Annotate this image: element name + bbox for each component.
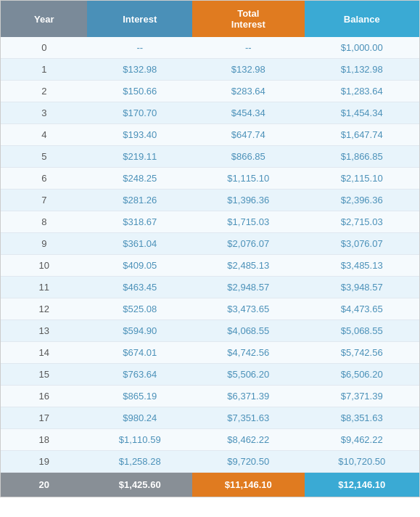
table-row: 16$865.19$6,371.39$7,371.39: [1, 386, 419, 407]
table-row: 17$980.24$7,351.63$8,351.63: [1, 407, 419, 429]
cell-balance: $3,076.07: [305, 233, 420, 255]
cell-interest: --: [87, 37, 192, 59]
cell-year: 10: [1, 255, 87, 277]
cell-total-interest: $6,371.39: [192, 386, 305, 407]
cell-balance: $1,000.00: [305, 37, 420, 59]
cell-interest: $674.01: [87, 342, 192, 364]
cell-year: 9: [1, 233, 87, 255]
table-row: 10$409.05$2,485.13$3,485.13: [1, 255, 419, 277]
table-row: 18$1,110.59$8,462.22$9,462.22: [1, 429, 419, 451]
cell-balance: $10,720.50: [305, 451, 420, 473]
table-row: 14$674.01$4,742.56$5,742.56: [1, 342, 419, 364]
cell-total-interest: $2,485.13: [192, 255, 305, 277]
table-row: 3$170.70$454.34$1,454.34: [1, 102, 419, 124]
table-row: 11$463.45$2,948.57$3,948.57: [1, 277, 419, 298]
cell-year: 5: [1, 146, 87, 168]
cell-interest: $463.45: [87, 277, 192, 298]
table-row: 13$594.90$4,068.55$5,068.55: [1, 320, 419, 342]
cell-year: 17: [1, 407, 87, 429]
header-year: Year: [1, 1, 87, 37]
cell-total-interest: $283.64: [192, 81, 305, 102]
cell-interest: $763.64: [87, 364, 192, 386]
cell-year: 2: [1, 81, 87, 102]
cell-total-interest: $2,948.57: [192, 277, 305, 298]
table-row: 7$281.26$1,396.36$2,396.36: [1, 190, 419, 211]
table-row: 5$219.11$866.85$1,866.85: [1, 146, 419, 168]
cell-interest: $318.67: [87, 211, 192, 233]
cell-balance: $1,454.34: [305, 102, 420, 124]
cell-interest: $193.40: [87, 124, 192, 146]
table-footer: 20$1,425.60$11,146.10$12,146.10: [1, 473, 419, 497]
cell-interest: $150.66: [87, 81, 192, 102]
cell-total-interest: $4,068.55: [192, 320, 305, 342]
cell-total-interest: $8,462.22: [192, 429, 305, 451]
header-total-interest: TotalInterest: [192, 1, 305, 37]
cell-year: 8: [1, 211, 87, 233]
cell-year: 16: [1, 386, 87, 407]
cell-balance: $1,283.64: [305, 81, 420, 102]
cell-balance: $2,396.36: [305, 190, 420, 211]
cell-total-interest: $3,473.65: [192, 298, 305, 320]
table-row: 9$361.04$2,076.07$3,076.07: [1, 233, 419, 255]
header-interest: Interest: [87, 1, 192, 37]
cell-balance: $8,351.63: [305, 407, 420, 429]
table-body: 0----$1,000.001$132.98$132.98$1,132.982$…: [1, 37, 419, 473]
footer-year: 20: [1, 473, 87, 497]
footer-balance: $12,146.10: [305, 473, 420, 497]
cell-balance: $1,647.74: [305, 124, 420, 146]
cell-interest: $865.19: [87, 386, 192, 407]
footer-interest: $1,425.60: [87, 473, 192, 497]
cell-interest: $132.98: [87, 59, 192, 81]
table-row: 0----$1,000.00: [1, 37, 419, 59]
cell-interest: $525.08: [87, 298, 192, 320]
cell-year: 3: [1, 102, 87, 124]
cell-total-interest: $9,720.50: [192, 451, 305, 473]
cell-total-interest: --: [192, 37, 305, 59]
cell-total-interest: $4,742.56: [192, 342, 305, 364]
cell-year: 1: [1, 59, 87, 81]
cell-interest: $219.11: [87, 146, 192, 168]
cell-balance: $5,742.56: [305, 342, 420, 364]
cell-interest: $170.70: [87, 102, 192, 124]
cell-interest: $1,110.59: [87, 429, 192, 451]
cell-interest: $409.05: [87, 255, 192, 277]
table-row: 4$193.40$647.74$1,647.74: [1, 124, 419, 146]
cell-interest: $1,258.28: [87, 451, 192, 473]
cell-year: 19: [1, 451, 87, 473]
cell-total-interest: $1,115.10: [192, 168, 305, 190]
cell-year: 13: [1, 320, 87, 342]
table-row: 8$318.67$1,715.03$2,715.03: [1, 211, 419, 233]
cell-total-interest: $1,715.03: [192, 211, 305, 233]
table-row: 2$150.66$283.64$1,283.64: [1, 81, 419, 102]
cell-balance: $1,866.85: [305, 146, 420, 168]
footer-total-interest: $11,146.10: [192, 473, 305, 497]
cell-balance: $1,132.98: [305, 59, 420, 81]
cell-year: 18: [1, 429, 87, 451]
cell-total-interest: $647.74: [192, 124, 305, 146]
cell-total-interest: $7,351.63: [192, 407, 305, 429]
table-row: 6$248.25$1,115.10$2,115.10: [1, 168, 419, 190]
table-row: 1$132.98$132.98$1,132.98: [1, 59, 419, 81]
table-row: 15$763.64$5,506.20$6,506.20: [1, 364, 419, 386]
table-header-row: Year Interest TotalInterest Balance: [1, 1, 419, 37]
cell-balance: $2,115.10: [305, 168, 420, 190]
cell-balance: $3,485.13: [305, 255, 420, 277]
cell-balance: $5,068.55: [305, 320, 420, 342]
cell-interest: $248.25: [87, 168, 192, 190]
cell-balance: $3,948.57: [305, 277, 420, 298]
compound-interest-table: Year Interest TotalInterest Balance 0---…: [0, 0, 420, 497]
table-row: 19$1,258.28$9,720.50$10,720.50: [1, 451, 419, 473]
cell-interest: $361.04: [87, 233, 192, 255]
cell-year: 15: [1, 364, 87, 386]
header-balance: Balance: [305, 1, 420, 37]
cell-total-interest: $454.34: [192, 102, 305, 124]
cell-year: 4: [1, 124, 87, 146]
cell-total-interest: $5,506.20: [192, 364, 305, 386]
cell-year: 14: [1, 342, 87, 364]
cell-interest: $281.26: [87, 190, 192, 211]
cell-year: 0: [1, 37, 87, 59]
cell-total-interest: $1,396.36: [192, 190, 305, 211]
cell-balance: $6,506.20: [305, 364, 420, 386]
cell-total-interest: $866.85: [192, 146, 305, 168]
table-footer-row: 20$1,425.60$11,146.10$12,146.10: [1, 473, 419, 497]
